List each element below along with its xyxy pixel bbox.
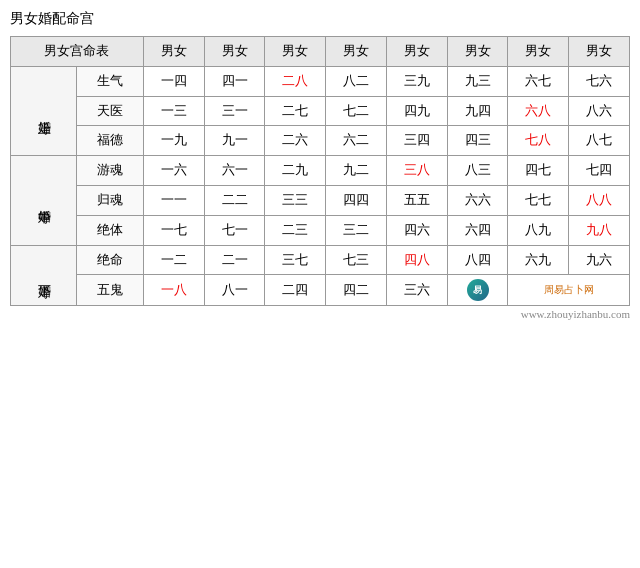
cell: 四七 xyxy=(508,156,569,186)
cell: 五五 xyxy=(386,185,447,215)
cell: 七一 xyxy=(204,215,265,245)
cell: 三四 xyxy=(386,126,447,156)
header-col-3: 男女 xyxy=(265,37,326,67)
cell: 一六 xyxy=(143,156,204,186)
table-row: 上等婚 生气 一四 四一 二八 八二 三九 九三 六七 七六 xyxy=(11,66,630,96)
cell: 二二 xyxy=(204,185,265,215)
cell: 四四 xyxy=(326,185,387,215)
cell: 三七 xyxy=(265,245,326,275)
row-label: 五鬼 xyxy=(77,275,143,306)
cell: 三八 xyxy=(386,156,447,186)
header-col-6: 男女 xyxy=(447,37,508,67)
cell: 六七 xyxy=(508,66,569,96)
row-label: 绝命 xyxy=(77,245,143,275)
row-label: 生气 xyxy=(77,66,143,96)
cell: 四三 xyxy=(447,126,508,156)
cell: 八七 xyxy=(569,126,630,156)
cell: 七七 xyxy=(508,185,569,215)
cell: 二一 xyxy=(204,245,265,275)
header-label: 男女宫命表 xyxy=(11,37,144,67)
category-lower: 下等婚 xyxy=(11,245,77,306)
cell: 一二 xyxy=(143,245,204,275)
table-row: 五鬼 一八 八一 二四 四二 三六 易 周易占卜网 xyxy=(11,275,630,306)
table-row: 绝体 一七 七一 二三 三二 四六 六四 八九 九八 xyxy=(11,215,630,245)
cell: 三六 xyxy=(386,275,447,306)
cell: 七八 xyxy=(508,126,569,156)
cell: 三一 xyxy=(204,96,265,126)
cell: 一三 xyxy=(143,96,204,126)
table-row: 归魂 一一 二二 三三 四四 五五 六六 七七 八八 xyxy=(11,185,630,215)
cell: 七三 xyxy=(326,245,387,275)
cell: 八四 xyxy=(447,245,508,275)
cell: 三三 xyxy=(265,185,326,215)
category-upper: 上等婚 xyxy=(11,66,77,155)
cell: 六一 xyxy=(204,156,265,186)
cell: 二四 xyxy=(265,275,326,306)
cell: 七四 xyxy=(569,156,630,186)
table-row: 下等婚 绝命 一二 二一 三七 七三 四八 八四 六九 九六 xyxy=(11,245,630,275)
cell: 八二 xyxy=(326,66,387,96)
row-label: 天医 xyxy=(77,96,143,126)
cell: 二八 xyxy=(265,66,326,96)
cell: 九六 xyxy=(569,245,630,275)
cell: 八一 xyxy=(204,275,265,306)
cell: 四一 xyxy=(204,66,265,96)
cell: 一四 xyxy=(143,66,204,96)
cell: 九三 xyxy=(447,66,508,96)
cell: 六六 xyxy=(447,185,508,215)
watermark-text-cell: 周易占卜网 xyxy=(508,275,630,306)
cell: 一八 xyxy=(143,275,204,306)
cell: 七二 xyxy=(326,96,387,126)
main-table: 男女宫命表 男女 男女 男女 男女 男女 男女 男女 男女 上等婚 生气 一四 … xyxy=(10,36,630,306)
cell: 八三 xyxy=(447,156,508,186)
cell: 三二 xyxy=(326,215,387,245)
table-row: 天医 一三 三一 二七 七二 四九 九四 六八 八六 xyxy=(11,96,630,126)
cell: 六四 xyxy=(447,215,508,245)
header-col-8: 男女 xyxy=(569,37,630,67)
site-url: www.zhouyizhanbu.com xyxy=(521,308,630,320)
cell: 九一 xyxy=(204,126,265,156)
cell: 七六 xyxy=(569,66,630,96)
cell: 三九 xyxy=(386,66,447,96)
row-label: 绝体 xyxy=(77,215,143,245)
cell: 易 xyxy=(447,275,508,306)
row-label: 归魂 xyxy=(77,185,143,215)
cell: 二七 xyxy=(265,96,326,126)
cell: 六二 xyxy=(326,126,387,156)
bottom-bar: www.zhouyizhanbu.com xyxy=(10,308,630,320)
category-middle: 中等婚 xyxy=(11,156,77,245)
table-row: 中等婚 游魂 一六 六一 二九 九二 三八 八三 四七 七四 xyxy=(11,156,630,186)
cell: 二三 xyxy=(265,215,326,245)
cell: 二九 xyxy=(265,156,326,186)
cell: 二六 xyxy=(265,126,326,156)
cell: 四八 xyxy=(386,245,447,275)
cell: 一一 xyxy=(143,185,204,215)
cell: 九二 xyxy=(326,156,387,186)
header-col-1: 男女 xyxy=(143,37,204,67)
header-col-7: 男女 xyxy=(508,37,569,67)
watermark-logo: 易 xyxy=(467,279,489,301)
table-row: 福德 一九 九一 二六 六二 三四 四三 七八 八七 xyxy=(11,126,630,156)
cell: 六八 xyxy=(508,96,569,126)
table-header-row: 男女宫命表 男女 男女 男女 男女 男女 男女 男女 男女 xyxy=(11,37,630,67)
header-col-5: 男女 xyxy=(386,37,447,67)
cell: 八八 xyxy=(569,185,630,215)
row-label: 游魂 xyxy=(77,156,143,186)
cell: 八六 xyxy=(569,96,630,126)
cell: 九八 xyxy=(569,215,630,245)
cell: 九四 xyxy=(447,96,508,126)
cell: 一九 xyxy=(143,126,204,156)
cell: 四六 xyxy=(386,215,447,245)
row-label: 福德 xyxy=(77,126,143,156)
logo-circle-icon: 易 xyxy=(467,279,489,301)
site-name: 周易占卜网 xyxy=(544,284,594,295)
header-col-2: 男女 xyxy=(204,37,265,67)
cell: 一七 xyxy=(143,215,204,245)
page-title: 男女婚配命宫 xyxy=(10,10,630,28)
cell: 四九 xyxy=(386,96,447,126)
cell: 八九 xyxy=(508,215,569,245)
cell: 四二 xyxy=(326,275,387,306)
cell: 六九 xyxy=(508,245,569,275)
header-col-4: 男女 xyxy=(326,37,387,67)
